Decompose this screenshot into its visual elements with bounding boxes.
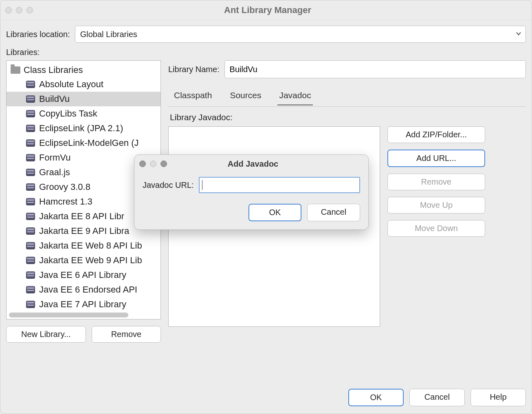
dialog-close-icon[interactable] xyxy=(139,161,146,167)
tree-item-buildvu[interactable]: BuildVu xyxy=(7,92,160,106)
move-up-button[interactable]: Move Up xyxy=(387,197,485,214)
tree-item-eclipselink-modelgen[interactable]: EclipseLink-ModelGen (J xyxy=(7,136,160,150)
tab-javadoc[interactable]: Javadoc xyxy=(277,88,312,106)
library-icon xyxy=(26,301,35,308)
dialog-titlebar: Add Javadoc xyxy=(134,155,368,173)
library-icon xyxy=(26,227,35,235)
tree-item-label: Java EE 7 API Library xyxy=(39,299,126,310)
cancel-button[interactable]: Cancel xyxy=(409,389,465,406)
tree-item-javaee6-api[interactable]: Java EE 6 API Library xyxy=(7,268,160,282)
library-icon xyxy=(26,183,35,191)
tree-item-label: Java EE 6 Endorsed API xyxy=(39,284,137,295)
library-icon xyxy=(26,110,35,117)
tree-item-label: Jakarta EE Web 8 API Lib xyxy=(39,240,142,251)
chevron-down-icon xyxy=(515,30,522,39)
footer-buttons: OK Cancel Help xyxy=(348,389,526,406)
help-button[interactable]: Help xyxy=(470,389,526,406)
folder-icon xyxy=(11,66,20,74)
maximize-window-icon[interactable] xyxy=(26,7,33,13)
library-icon xyxy=(26,125,35,132)
ok-button[interactable]: OK xyxy=(348,389,404,406)
remove-library-button[interactable]: Remove xyxy=(92,326,161,343)
close-window-icon[interactable] xyxy=(5,7,12,13)
library-icon xyxy=(26,286,35,293)
library-icon xyxy=(26,154,35,161)
library-icon xyxy=(26,198,35,205)
tree-item-label: FormVu xyxy=(39,152,70,163)
add-url-button[interactable]: Add URL... xyxy=(387,150,485,167)
tree-item-jakarta-ee-web8[interactable]: Jakarta EE Web 8 API Lib xyxy=(7,238,160,253)
tree-item-eclipselink-jpa[interactable]: EclipseLink (JPA 2.1) xyxy=(7,121,160,136)
libraries-location-combo[interactable]: Global Libraries xyxy=(75,26,526,43)
dialog-cancel-button[interactable]: Cancel xyxy=(307,204,360,221)
new-library-button[interactable]: New Library... xyxy=(6,326,86,343)
library-icon xyxy=(26,169,35,176)
library-name-input[interactable] xyxy=(224,60,526,78)
javadoc-url-label: Javadoc URL: xyxy=(143,181,194,190)
tabs: Classpath Sources Javadoc xyxy=(168,88,526,106)
minimize-window-icon[interactable] xyxy=(16,7,22,13)
titlebar: Ant Library Manager xyxy=(0,0,532,20)
library-icon xyxy=(26,95,35,103)
tree-item-javaee6-endorsed[interactable]: Java EE 6 Endorsed API xyxy=(7,282,160,297)
tree-item-absolute-layout[interactable]: Absolute Layout xyxy=(7,77,160,92)
library-icon xyxy=(26,242,35,249)
libraries-location-value: Global Libraries xyxy=(80,30,137,39)
tree-item-label: Graal.js xyxy=(39,167,70,178)
scrollbar-thumb[interactable] xyxy=(9,313,128,317)
tab-sources[interactable]: Sources xyxy=(228,88,263,106)
tree-item-label: BuildVu xyxy=(39,94,70,104)
library-icon xyxy=(26,257,35,264)
libraries-label: Libraries: xyxy=(6,48,40,57)
tab-divider xyxy=(168,106,526,107)
tree-root-label: Class Libraries xyxy=(24,65,83,75)
dialog-minimize-icon xyxy=(150,161,156,167)
tree-item-label: EclipseLink (JPA 2.1) xyxy=(39,123,123,134)
text-cursor xyxy=(202,180,202,190)
add-zip-folder-button[interactable]: Add ZIP/Folder... xyxy=(387,126,485,143)
tree-item-copylibs[interactable]: CopyLibs Task xyxy=(7,106,160,121)
library-javadoc-label: Library Javadoc: xyxy=(168,112,526,122)
dialog-title: Add Javadoc xyxy=(167,159,339,169)
tree-item-javaee7-api[interactable]: Java EE 7 API Library xyxy=(7,297,160,312)
dialog-ok-button[interactable]: OK xyxy=(248,204,301,221)
tree-item-label: Jakarta EE 9 API Libra xyxy=(39,226,129,236)
remove-javadoc-button[interactable]: Remove xyxy=(387,174,485,190)
tab-classpath[interactable]: Classpath xyxy=(172,88,213,106)
library-icon xyxy=(26,139,35,147)
tree-item-jakarta-ee-web9[interactable]: Jakarta EE Web 9 API Lib xyxy=(7,253,160,268)
tree-item-label: EclipseLink-ModelGen (J xyxy=(39,138,139,148)
dialog-maximize-icon[interactable] xyxy=(160,161,167,167)
main-window: Ant Library Manager Libraries location: … xyxy=(0,0,532,414)
library-name-label: Library Name: xyxy=(168,65,220,74)
javadoc-url-input[interactable] xyxy=(199,177,360,193)
tree-item-label: Jakarta EE Web 9 API Lib xyxy=(39,255,142,266)
tree-root-class-libraries[interactable]: Class Libraries xyxy=(7,63,160,77)
horizontal-scrollbar[interactable] xyxy=(9,313,158,317)
tree-item-label: Hamcrest 1.3 xyxy=(39,196,92,207)
tree-item-label: Groovy 3.0.8 xyxy=(39,182,90,192)
tree-item-label: CopyLibs Task xyxy=(39,108,97,119)
library-icon xyxy=(26,271,35,279)
library-icon xyxy=(26,213,35,220)
add-javadoc-dialog: Add Javadoc Javadoc URL: OK Cancel xyxy=(134,154,369,230)
library-icon xyxy=(26,81,35,88)
tree-item-label: Absolute Layout xyxy=(39,79,103,90)
window-controls xyxy=(5,7,33,13)
window-title: Ant Library Manager xyxy=(33,5,502,15)
libraries-location-label: Libraries location: xyxy=(6,30,70,39)
move-down-button[interactable]: Move Down xyxy=(387,220,485,237)
tree-item-label: Java EE 6 API Library xyxy=(39,270,126,280)
tree-item-label: Jakarta EE 8 API Libr xyxy=(39,211,124,222)
